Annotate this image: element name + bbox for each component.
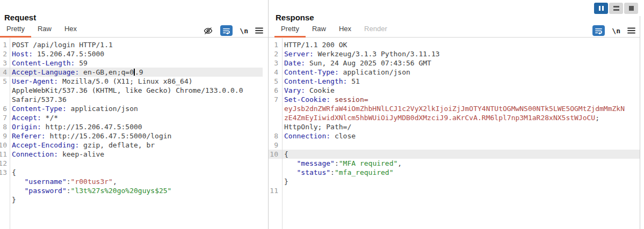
- response-editor[interactable]: 1HTTP/1.1 200 OK2Server: Werkzeug/3.1.3 …: [269, 38, 644, 229]
- code-text: Accept-Encoding: gzip, deflate, br: [12, 141, 155, 150]
- code-token: Content-Length:: [12, 59, 75, 67]
- burp-message-viewer: Request PrettyRawHex \n: [0, 0, 644, 229]
- request-title: Request: [4, 13, 36, 22]
- code-token: [330, 95, 335, 104]
- line-number: [0, 95, 8, 104]
- code-token: .9: [135, 68, 143, 76]
- panel-divider[interactable]: [268, 0, 269, 229]
- response-toolbar: \n: [592, 24, 635, 38]
- code-line: 12: [0, 159, 263, 168]
- code-token: Host:: [12, 50, 33, 58]
- code-token: Mozilla/5.0 (X11; Linux x86_64): [58, 77, 192, 85]
- code-token: HttpOnly; Path=/: [284, 123, 351, 131]
- code-token: Origin:: [12, 123, 41, 131]
- code-text: "username":"r00tus3r",: [12, 177, 117, 186]
- line-number: 10: [269, 150, 280, 159]
- square-icon: [629, 6, 634, 11]
- request-editor[interactable]: 1POST /api/login HTTP/1.12Host: 15.206.4…: [0, 38, 268, 229]
- line-number: 12: [0, 159, 8, 168]
- word-wrap-icon[interactable]: [592, 25, 605, 36]
- code-line: 9Referer: http://15.206.47.5:5000/login: [0, 131, 263, 141]
- line-number: 11: [269, 186, 280, 195]
- code-token: http://15.206.47.5:5000: [41, 123, 142, 131]
- code-text: Accept-Language: en-GB,en;q=0.9: [12, 68, 143, 77]
- code-token: 51: [347, 77, 359, 85]
- code-text: Origin: http://15.206.47.5:5000: [12, 122, 142, 131]
- code-token: Accept-Encoding:: [12, 141, 79, 149]
- code-line: "password":"l3t%27s%20go%20guys$25": [0, 186, 263, 195]
- code-token: eyJsb2dnZWRfaW4iOmZhbHNlLCJ1c2VyX2lkIjoi…: [284, 105, 625, 113]
- show-newlines-icon[interactable]: \n: [240, 27, 248, 35]
- line-number: [0, 195, 8, 204]
- tab-hex[interactable]: Hex: [58, 23, 83, 38]
- code-token: User-Agent:: [12, 77, 58, 85]
- code-token: Cookie: [305, 86, 335, 94]
- rows-icon: [613, 6, 619, 11]
- code-token: [284, 159, 296, 167]
- rows-view-button[interactable]: [609, 3, 623, 14]
- gutter-divider: [282, 38, 283, 229]
- code-line: 11Connection: keep-alive: [0, 150, 263, 159]
- tab-raw[interactable]: Raw: [31, 23, 58, 38]
- code-line: 6Vary: Cookie: [269, 86, 640, 95]
- code-token: :: [330, 168, 335, 176]
- code-line: 9: [269, 141, 640, 150]
- line-number: 4: [0, 68, 8, 77]
- code-token: Date:: [284, 59, 305, 67]
- code-line: 13{: [0, 168, 263, 177]
- line-number: 9: [269, 141, 280, 150]
- code-line: }: [0, 195, 263, 204]
- tab-pretty[interactable]: Pretty: [0, 23, 31, 38]
- line-number: 2: [0, 49, 8, 58]
- code-line: 8Connection: close: [269, 131, 640, 141]
- code-text: {: [284, 150, 288, 159]
- code-token: keep-alive: [58, 150, 104, 158]
- tab-hex[interactable]: Hex: [332, 23, 358, 38]
- code-line: 7Set-Cookie: session=: [269, 95, 640, 104]
- request-tabs: PrettyRawHex: [0, 23, 83, 38]
- code-text: Content-Length: 59: [12, 58, 88, 68]
- code-token: HTTP/1.1 200 OK: [284, 41, 347, 49]
- code-line: 7Accept: */*: [0, 113, 263, 122]
- editor-menu-icon[interactable]: [627, 27, 635, 34]
- layout-toggle: [594, 3, 638, 14]
- code-token: Safari/537.36: [12, 95, 67, 104]
- code-token: :: [67, 187, 71, 195]
- code-text: Referer: http://15.206.47.5:5000/login: [12, 131, 171, 141]
- line-number: [269, 177, 280, 186]
- code-token: Server:: [284, 50, 314, 58]
- code-token: "l3t%27s%20go%20guys$25": [71, 187, 172, 195]
- request-panel: Request PrettyRawHex \n: [0, 0, 268, 229]
- line-number: 1: [269, 40, 280, 49]
- show-newlines-icon[interactable]: \n: [612, 27, 620, 35]
- word-wrap-icon[interactable]: [220, 25, 233, 36]
- code-token: "message": [296, 159, 334, 167]
- tab-raw[interactable]: Raw: [306, 23, 332, 38]
- tab-pretty[interactable]: Pretty: [274, 23, 306, 38]
- response-title: Response: [276, 13, 314, 22]
- code-text: eyJsb2dnZWRfaW4iOmZhbHNlLCJ1c2VyX2lkIjoi…: [284, 104, 625, 113]
- code-line: 5User-Agent: Mozilla/5.0 (X11; Linux x86…: [0, 77, 263, 86]
- columns-view-button[interactable]: [594, 3, 608, 14]
- code-text: Connection: close: [284, 131, 356, 141]
- code-token: application/json: [67, 105, 138, 113]
- code-token: session=: [335, 95, 368, 104]
- code-token: Set-Cookie:: [284, 95, 330, 104]
- code-token: [12, 187, 24, 195]
- line-number: 7: [269, 95, 280, 104]
- response-tabs: PrettyRawHexRender: [274, 23, 394, 38]
- hide-response-eye-icon[interactable]: [203, 26, 213, 35]
- code-token: :: [67, 178, 71, 186]
- response-editor-lines: 1HTTP/1.1 200 OK2Server: Werkzeug/3.1.3 …: [269, 40, 644, 195]
- code-line: 6Content-Type: application/json: [0, 104, 263, 113]
- line-number: [269, 122, 280, 131]
- code-line: Safari/537.36: [0, 95, 263, 104]
- single-view-button[interactable]: [624, 3, 638, 14]
- code-line: "username":"r00tus3r",: [0, 177, 263, 186]
- code-line: zE4ZmEyIiwidXNlcm5hbWUiOiJyMDB0dXMzciJ9.…: [269, 113, 640, 122]
- code-text: AppleWebKit/537.36 (KHTML, like Gecko) C…: [12, 86, 243, 95]
- code-token: Accept:: [12, 114, 41, 122]
- line-number: [269, 113, 280, 122]
- code-text: "password":"l3t%27s%20go%20guys$25": [12, 186, 171, 195]
- editor-menu-icon[interactable]: [255, 27, 263, 34]
